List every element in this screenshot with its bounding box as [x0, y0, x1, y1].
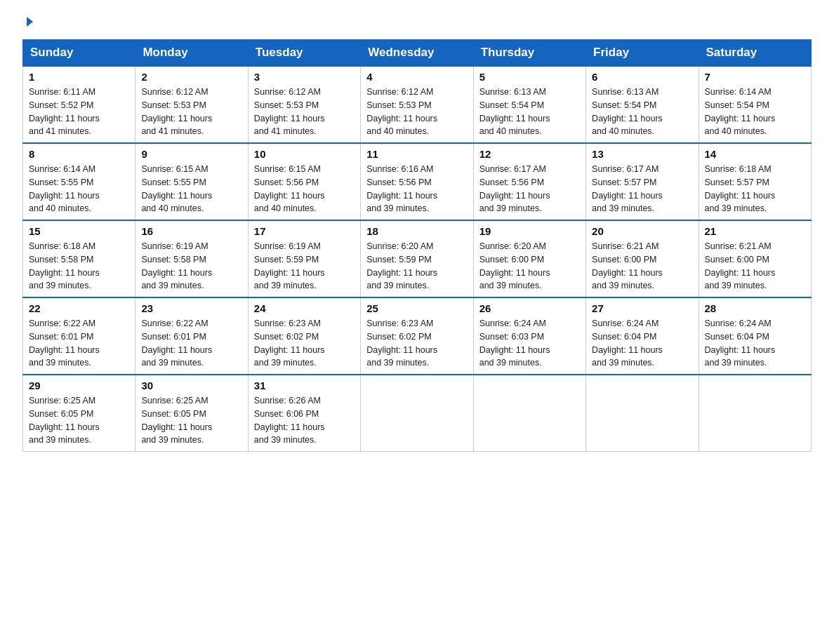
day-number: 14: [705, 148, 805, 160]
day-number: 1: [29, 71, 129, 83]
calendar-cell: 1 Sunrise: 6:11 AM Sunset: 5:52 PM Dayli…: [23, 66, 135, 143]
logo: [22, 17, 33, 27]
calendar-cell: 16 Sunrise: 6:19 AM Sunset: 5:58 PM Dayl…: [135, 220, 248, 297]
day-number: 17: [254, 225, 355, 237]
calendar-header-thursday: Thursday: [473, 40, 585, 67]
calendar-cell: 27 Sunrise: 6:24 AM Sunset: 6:04 PM Dayl…: [586, 297, 699, 375]
day-number: 19: [479, 225, 580, 237]
calendar-week-4: 22 Sunrise: 6:22 AM Sunset: 6:01 PM Dayl…: [23, 297, 812, 375]
calendar-cell: 15 Sunrise: 6:18 AM Sunset: 5:58 PM Dayl…: [23, 220, 135, 297]
calendar-cell: 28 Sunrise: 6:24 AM Sunset: 6:04 PM Dayl…: [699, 297, 811, 375]
day-number: 26: [479, 302, 580, 314]
calendar-week-3: 15 Sunrise: 6:18 AM Sunset: 5:58 PM Dayl…: [23, 220, 812, 297]
calendar-cell: 20 Sunrise: 6:21 AM Sunset: 6:00 PM Dayl…: [586, 220, 699, 297]
day-number: 24: [254, 302, 355, 314]
calendar-cell: [361, 375, 473, 452]
day-number: 11: [366, 148, 467, 160]
calendar-cell: 13 Sunrise: 6:17 AM Sunset: 5:57 PM Dayl…: [586, 143, 699, 220]
calendar-header-friday: Friday: [586, 40, 699, 67]
calendar-cell: 10 Sunrise: 6:15 AM Sunset: 5:56 PM Dayl…: [248, 143, 360, 220]
day-info: Sunrise: 6:17 AM Sunset: 5:57 PM Dayligh…: [592, 163, 692, 215]
day-number: 29: [29, 380, 129, 391]
day-number: 6: [592, 71, 692, 83]
day-info: Sunrise: 6:19 AM Sunset: 5:58 PM Dayligh…: [141, 240, 241, 293]
day-number: 10: [254, 148, 355, 160]
calendar-cell: 2 Sunrise: 6:12 AM Sunset: 5:53 PM Dayli…: [135, 66, 248, 143]
day-info: Sunrise: 6:25 AM Sunset: 6:05 PM Dayligh…: [29, 394, 129, 447]
day-number: 22: [29, 302, 129, 314]
calendar-cell: 22 Sunrise: 6:22 AM Sunset: 6:01 PM Dayl…: [23, 297, 135, 375]
day-info: Sunrise: 6:20 AM Sunset: 5:59 PM Dayligh…: [366, 240, 467, 293]
day-info: Sunrise: 6:24 AM Sunset: 6:03 PM Dayligh…: [479, 317, 580, 370]
day-info: Sunrise: 6:20 AM Sunset: 6:00 PM Dayligh…: [479, 240, 580, 293]
calendar-cell: 31 Sunrise: 6:26 AM Sunset: 6:06 PM Dayl…: [248, 375, 360, 452]
calendar-cell: 29 Sunrise: 6:25 AM Sunset: 6:05 PM Dayl…: [23, 375, 135, 452]
day-number: 9: [141, 148, 241, 160]
day-info: Sunrise: 6:13 AM Sunset: 5:54 PM Dayligh…: [592, 86, 692, 138]
calendar-cell: 11 Sunrise: 6:16 AM Sunset: 5:56 PM Dayl…: [361, 143, 473, 220]
day-info: Sunrise: 6:17 AM Sunset: 5:56 PM Dayligh…: [479, 163, 580, 215]
day-info: Sunrise: 6:24 AM Sunset: 6:04 PM Dayligh…: [592, 317, 692, 370]
day-number: 25: [366, 302, 467, 314]
day-number: 13: [592, 148, 692, 160]
calendar-cell: 14 Sunrise: 6:18 AM Sunset: 5:57 PM Dayl…: [699, 143, 811, 220]
calendar-cell: 4 Sunrise: 6:12 AM Sunset: 5:53 PM Dayli…: [361, 66, 473, 143]
logo-arrow-icon: [27, 17, 33, 27]
day-number: 28: [705, 302, 805, 314]
day-info: Sunrise: 6:25 AM Sunset: 6:05 PM Dayligh…: [141, 394, 241, 447]
day-info: Sunrise: 6:23 AM Sunset: 6:02 PM Dayligh…: [366, 317, 467, 370]
day-info: Sunrise: 6:12 AM Sunset: 5:53 PM Dayligh…: [141, 86, 241, 138]
calendar-cell: 12 Sunrise: 6:17 AM Sunset: 5:56 PM Dayl…: [473, 143, 585, 220]
day-info: Sunrise: 6:18 AM Sunset: 5:58 PM Dayligh…: [29, 240, 129, 293]
day-info: Sunrise: 6:14 AM Sunset: 5:54 PM Dayligh…: [705, 86, 805, 138]
day-number: 30: [141, 380, 241, 391]
calendar-cell: 3 Sunrise: 6:12 AM Sunset: 5:53 PM Dayli…: [248, 66, 360, 143]
calendar-cell: 9 Sunrise: 6:15 AM Sunset: 5:55 PM Dayli…: [135, 143, 248, 220]
calendar-week-1: 1 Sunrise: 6:11 AM Sunset: 5:52 PM Dayli…: [23, 66, 812, 143]
day-info: Sunrise: 6:11 AM Sunset: 5:52 PM Dayligh…: [29, 86, 129, 138]
day-info: Sunrise: 6:21 AM Sunset: 6:00 PM Dayligh…: [705, 240, 805, 293]
calendar-cell: 26 Sunrise: 6:24 AM Sunset: 6:03 PM Dayl…: [473, 297, 585, 375]
calendar-week-2: 8 Sunrise: 6:14 AM Sunset: 5:55 PM Dayli…: [23, 143, 812, 220]
day-number: 5: [479, 71, 580, 83]
day-info: Sunrise: 6:19 AM Sunset: 5:59 PM Dayligh…: [254, 240, 355, 293]
day-info: Sunrise: 6:14 AM Sunset: 5:55 PM Dayligh…: [29, 163, 129, 215]
calendar-table: SundayMondayTuesdayWednesdayThursdayFrid…: [22, 39, 812, 452]
day-number: 27: [592, 302, 692, 314]
calendar-header-tuesday: Tuesday: [248, 40, 360, 67]
calendar-cell: 5 Sunrise: 6:13 AM Sunset: 5:54 PM Dayli…: [473, 66, 585, 143]
day-number: 31: [254, 380, 355, 391]
day-info: Sunrise: 6:16 AM Sunset: 5:56 PM Dayligh…: [366, 163, 467, 215]
page-header: [22, 17, 812, 27]
day-info: Sunrise: 6:23 AM Sunset: 6:02 PM Dayligh…: [254, 317, 355, 370]
calendar-cell: 24 Sunrise: 6:23 AM Sunset: 6:02 PM Dayl…: [248, 297, 360, 375]
day-info: Sunrise: 6:21 AM Sunset: 6:00 PM Dayligh…: [592, 240, 692, 293]
day-info: Sunrise: 6:22 AM Sunset: 6:01 PM Dayligh…: [29, 317, 129, 370]
calendar-header-wednesday: Wednesday: [361, 40, 473, 67]
day-info: Sunrise: 6:18 AM Sunset: 5:57 PM Dayligh…: [705, 163, 805, 215]
calendar-cell: 19 Sunrise: 6:20 AM Sunset: 6:00 PM Dayl…: [473, 220, 585, 297]
calendar-cell: 17 Sunrise: 6:19 AM Sunset: 5:59 PM Dayl…: [248, 220, 360, 297]
day-info: Sunrise: 6:24 AM Sunset: 6:04 PM Dayligh…: [705, 317, 805, 370]
calendar-cell: [473, 375, 585, 452]
day-number: 15: [29, 225, 129, 237]
day-info: Sunrise: 6:15 AM Sunset: 5:55 PM Dayligh…: [141, 163, 241, 215]
day-number: 4: [366, 71, 467, 83]
day-number: 18: [366, 225, 467, 237]
day-info: Sunrise: 6:12 AM Sunset: 5:53 PM Dayligh…: [366, 86, 467, 138]
day-number: 8: [29, 148, 129, 160]
day-number: 2: [141, 71, 241, 83]
day-number: 20: [592, 225, 692, 237]
day-number: 7: [705, 71, 805, 83]
day-info: Sunrise: 6:12 AM Sunset: 5:53 PM Dayligh…: [254, 86, 355, 138]
day-number: 3: [254, 71, 355, 83]
day-number: 16: [141, 225, 241, 237]
calendar-cell: 6 Sunrise: 6:13 AM Sunset: 5:54 PM Dayli…: [586, 66, 699, 143]
calendar-cell: 23 Sunrise: 6:22 AM Sunset: 6:01 PM Dayl…: [135, 297, 248, 375]
day-info: Sunrise: 6:15 AM Sunset: 5:56 PM Dayligh…: [254, 163, 355, 215]
calendar-header-saturday: Saturday: [699, 40, 811, 67]
calendar-cell: 25 Sunrise: 6:23 AM Sunset: 6:02 PM Dayl…: [361, 297, 473, 375]
calendar-cell: 21 Sunrise: 6:21 AM Sunset: 6:00 PM Dayl…: [699, 220, 811, 297]
day-number: 12: [479, 148, 580, 160]
day-info: Sunrise: 6:22 AM Sunset: 6:01 PM Dayligh…: [141, 317, 241, 370]
